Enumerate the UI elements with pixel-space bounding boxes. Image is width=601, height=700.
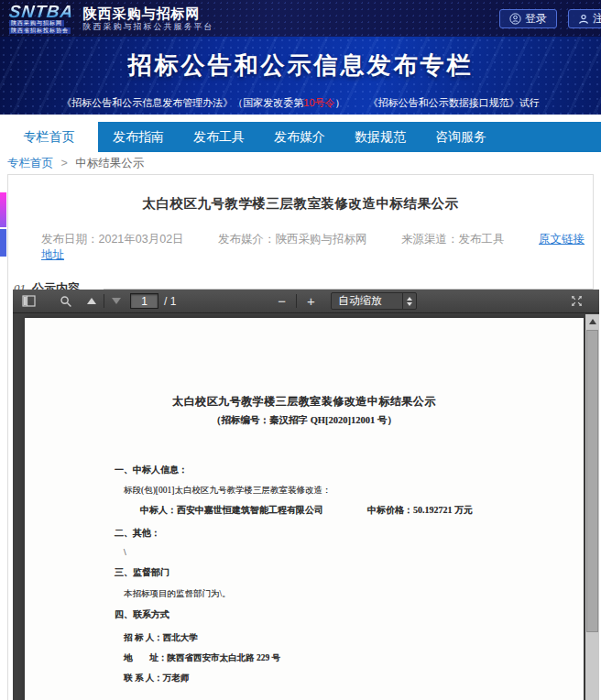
source-channel-value: 发布工具 <box>459 233 505 246</box>
publish-date-value: 2021年03月02日 <box>99 233 184 246</box>
presentation-mode-icon[interactable] <box>567 291 586 312</box>
pdf-viewport: 太白校区九号教学楼三层教室装修改造中标结果公示 （招标编号：秦汉招字 QH[20… <box>13 314 599 700</box>
doc-lot-line: 标段(包)[001]太白校区九号教学楼三层教室装修改造： <box>25 483 584 498</box>
page-count-label: / 1 <box>164 295 176 308</box>
toolbar-divider <box>104 294 104 308</box>
doc-address-line: 地 址：陕西省西安市太白北路 229 号 <box>25 651 584 665</box>
tab-publish-media[interactable]: 发布媒介 <box>259 122 340 152</box>
publish-date-label: 发布日期： <box>41 233 99 246</box>
publish-media-value: 陕西采购与招标网 <box>276 233 367 246</box>
tab-publish-tools[interactable]: 发布工具 <box>179 122 259 152</box>
doc-section2-heading: 二、其他： <box>25 526 584 541</box>
breadcrumb-current: 中标结果公示 <box>75 157 144 170</box>
scrollbar-thumb[interactable] <box>586 330 598 632</box>
data-interface-spec-link[interactable]: 《招标公告和公示数据接口规范》试行 <box>368 97 540 108</box>
doc-tenderer-line: 招 标 人：西北大学 <box>25 630 584 645</box>
zoom-out-icon[interactable]: − <box>271 293 292 309</box>
publish-media-label: 发布媒介： <box>218 233 276 246</box>
publish-date: 发布日期：2021年03月02日 <box>41 233 184 246</box>
login-button[interactable]: 登录 <box>499 9 557 28</box>
search-icon[interactable] <box>56 291 76 312</box>
doc-section3-heading: 三、监督部门 <box>25 565 584 580</box>
doc-title: 太白校区九号教学楼三层教室装修改造中标结果公示 <box>25 394 584 409</box>
site-subtitle: 陕西采购与招标公共服务平台 <box>82 22 213 32</box>
doc-section3-body: 本招标项目的监督部门为\。 <box>25 586 584 601</box>
zoom-select-value: 自动缩放 <box>332 293 397 309</box>
site-title-block: 陕西采购与招标网 陕西采购与招标公共服务平台 <box>82 5 213 32</box>
banner-links-row: 《招标公告和公示信息发布管理办法》（国家发改委第10号令） 《招标公告和公示数据… <box>0 96 601 110</box>
announcement-card: 太白校区九号教学楼三层教室装修改造中标结果公示 发布日期：2021年03月02日… <box>7 174 594 700</box>
breadcrumb-separator: > <box>60 157 67 170</box>
tab-data-spec[interactable]: 数据规范 <box>340 122 421 152</box>
site-name: 陕西采购与招标网 <box>82 5 213 22</box>
sidebar-toggle-icon[interactable] <box>18 291 39 312</box>
tab-column-home[interactable]: 专栏首页 <box>0 122 98 157</box>
zoom-divider <box>296 294 297 308</box>
side-float-button-1[interactable] <box>0 192 6 227</box>
pdf-viewer: / 1 − + 自动缩放 <box>13 290 599 700</box>
page-title: 太白校区九号教学楼三层教室装修改造中标结果公示 <box>8 195 593 213</box>
policy-link-close: ） <box>335 97 345 108</box>
zoom-select-dropdown[interactable]: 自动缩放 <box>331 292 417 310</box>
user-icon <box>578 14 589 25</box>
hero-banner: 招标公告和公示信息发布专栏 《招标公告和公示信息发布管理办法》（国家发改委第10… <box>0 37 601 115</box>
source-channel: 来源渠道：发布工具 <box>401 233 505 246</box>
site-logo[interactable]: SNTBA 陕西采购与招标网 陕西省招标投标协会 <box>9 4 73 34</box>
zoom-in-icon[interactable]: + <box>300 293 322 309</box>
publish-media: 发布媒介：陕西采购与招标网 <box>218 233 367 246</box>
doc-contact-line: 联 系 人：万老师 <box>25 671 584 685</box>
pdf-toolbar: / 1 − + 自动缩放 <box>13 290 599 313</box>
user-circle-icon <box>509 13 521 25</box>
doc-section2-body: \ <box>25 545 584 560</box>
zoom-controls: − + 自动缩放 <box>271 292 417 310</box>
pdf-scrollbar[interactable] <box>585 314 599 700</box>
side-float-button-2[interactable] <box>0 229 6 257</box>
pdf-page: 太白校区九号教学楼三层教室装修改造中标结果公示 （招标编号：秦汉招字 QH[20… <box>25 318 584 700</box>
logo-subtext-2: 陕西省招标投标协会 <box>9 27 71 34</box>
main-nav: 专栏首页 发布指南 发布工具 发布媒介 数据规范 咨询服务 <box>0 122 601 152</box>
doc-section1-heading: 一、中标人信息： <box>25 463 584 477</box>
doc-winner-line: 中标人：西安中嘉世恒建筑智能工程有限公司中标价格：50.192721 万元 <box>25 503 584 518</box>
breadcrumb-home-link[interactable]: 专栏首页 <box>7 157 53 170</box>
scrollbar-up-icon[interactable] <box>585 314 599 328</box>
source-channel-label: 来源渠道： <box>401 233 459 246</box>
logo-text: SNTBA <box>8 4 74 19</box>
previous-page-icon[interactable] <box>83 291 100 312</box>
page-number-input[interactable] <box>130 293 158 309</box>
decree-number-highlight: 10号令 <box>303 97 334 108</box>
login-button-label: 登录 <box>525 11 547 27</box>
doc-bid-number: （招标编号：秦汉招字 QH[2020]12001 号） <box>25 413 584 428</box>
tab-publish-guide[interactable]: 发布指南 <box>98 122 179 152</box>
breadcrumb: 专栏首页 > 中标结果公示 <box>7 154 144 172</box>
top-header: SNTBA 陕西采购与招标网 陕西省招标投标协会 陕西采购与招标网 陕西采购与招… <box>0 0 601 37</box>
dropdown-arrows-icon <box>403 297 416 306</box>
policy-link-text: 《招标公告和公示信息发布管理办法》（国家发改委第 <box>61 97 303 108</box>
doc-section4-heading: 四、联系方式 <box>25 607 584 622</box>
tab-consulting[interactable]: 咨询服务 <box>421 122 501 152</box>
next-page-icon[interactable] <box>108 291 125 312</box>
register-button[interactable]: 注册 <box>568 9 601 28</box>
banner-title: 招标公告和公示信息发布专栏 <box>0 49 601 82</box>
doc-winner: 中标人：西安中嘉世恒建筑智能工程有限公司 <box>140 505 323 515</box>
doc-price: 中标价格：50.192721 万元 <box>367 505 473 515</box>
policy-measures-link[interactable]: 《招标公告和公示信息发布管理办法》（国家发改委第10号令） <box>61 97 344 108</box>
register-button-label: 注册 <box>593 11 601 27</box>
article-meta-row: 发布日期：2021年03月02日 发布媒介：陕西采购与招标网 来源渠道：发布工具… <box>8 232 593 263</box>
